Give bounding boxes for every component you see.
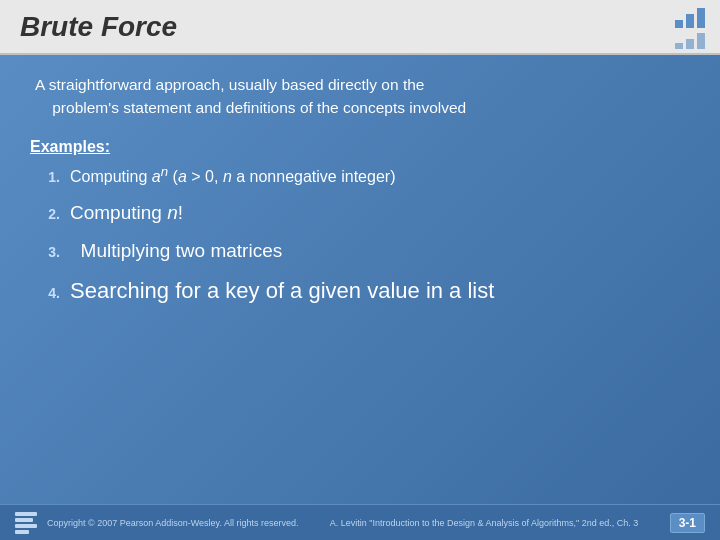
content-area: A straightforward approach, usually base…	[0, 55, 720, 504]
footer-lines-icon	[15, 512, 37, 534]
slide: Brute Force A straightforward approach, …	[0, 0, 720, 540]
example-item-2: 2. Computing n!	[30, 202, 690, 224]
title-bar: Brute Force	[0, 0, 720, 55]
example-item-1: 1. Computing an (a > 0, n a nonnegative …	[30, 164, 690, 186]
example-text-3: Multiplying two matrices	[70, 240, 282, 262]
example-number-1: 1.	[30, 169, 60, 185]
example-number-3: 3.	[30, 244, 60, 260]
intro-line1: A straightforward approach, usually base…	[35, 76, 424, 93]
slide-title: Brute Force	[20, 11, 177, 43]
example-item-4: 4. Searching for a key of a given value …	[30, 278, 690, 304]
footer-citation: A. Levitin "Introduction to the Design &…	[308, 518, 659, 528]
example-number-2: 2.	[30, 206, 60, 222]
example-text-2: Computing n!	[70, 202, 183, 224]
example-text-1: Computing an (a > 0, n a nonnegative int…	[70, 164, 395, 186]
example-text-4: Searching for a key of a given value in …	[70, 278, 494, 304]
intro-paragraph: A straightforward approach, usually base…	[35, 73, 690, 120]
footer: Copyright © 2007 Pearson Addison-Wesley.…	[0, 504, 720, 540]
footer-copyright: Copyright © 2007 Pearson Addison-Wesley.…	[47, 518, 298, 528]
footer-left: Copyright © 2007 Pearson Addison-Wesley.…	[15, 512, 298, 534]
example-item-3: 3. Multiplying two matrices	[30, 240, 690, 262]
decorative-bars-icon	[675, 8, 705, 49]
example-number-4: 4.	[30, 285, 60, 301]
footer-page-number: 3-1	[670, 513, 705, 533]
intro-line2: problem's statement and definitions of t…	[52, 99, 466, 116]
examples-label: Examples:	[30, 138, 690, 156]
